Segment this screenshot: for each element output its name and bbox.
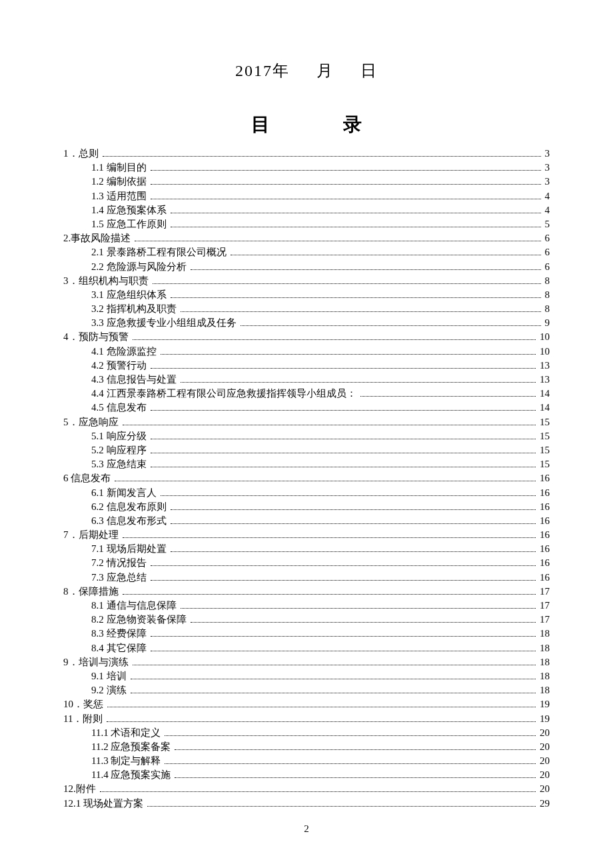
toc-leader-dots <box>181 303 541 312</box>
toc-row: 4.1 危险源监控10 <box>63 345 550 359</box>
toc-entry-label: 9．培训与演练 <box>63 656 131 669</box>
toc-row: 6.2 信息发布原则16 <box>63 500 550 514</box>
toc-row: 1.4 应急预案体系4 <box>63 203 550 217</box>
toc-entry-page: 16 <box>537 515 550 527</box>
toc-row: 8.4 其它保障18 <box>63 641 550 655</box>
toc-entry-label: 4．预防与预警 <box>63 331 131 343</box>
date-year: 2017 <box>235 62 273 79</box>
toc-row: 11.3 制定与解释20 <box>63 754 550 768</box>
toc-entry-label: 11.3 制定与解释 <box>91 755 163 767</box>
toc-row: 8．保障措施17 <box>63 585 550 599</box>
toc-entry-label: 11.2 应急预案备案 <box>91 741 173 753</box>
toc-entry-page: 29 <box>537 797 550 810</box>
toc-leader-dots <box>100 784 536 793</box>
toc-leader-dots <box>171 544 536 553</box>
toc-entry-page: 17 <box>537 599 550 612</box>
toc-entry-label: 2.事故风险描述 <box>63 232 133 245</box>
toc-row: 11.2 应急预案备案20 <box>63 740 550 754</box>
toc-row: 1.3 适用范围4 <box>63 189 550 203</box>
toc-row: 7.3 应急总结16 <box>63 571 550 585</box>
toc-row: 5.3 应急结束15 <box>63 457 550 471</box>
toc-leader-dots <box>151 177 541 185</box>
toc-leader-dots <box>231 247 541 256</box>
toc-entry-label: 11.1 术语和定义 <box>91 727 163 739</box>
toc-leader-dots <box>151 431 536 439</box>
toc-entry-page: 15 <box>537 430 550 443</box>
toc-row: 3．组织机构与职责8 <box>63 274 550 288</box>
toc-entry-page: 16 <box>537 487 550 499</box>
toc-entry-page: 6 <box>542 261 550 273</box>
toc-entry-label: 3.1 应急组织体系 <box>91 289 169 301</box>
toc-entry-page: 16 <box>537 529 550 541</box>
toc-entry-label: 9.1 培训 <box>91 670 129 683</box>
toc-entry-page: 18 <box>537 627 550 640</box>
toc-entry-label: 4.1 危险源监控 <box>91 345 159 358</box>
toc-entry-label: 10．奖惩 <box>63 698 106 711</box>
toc-row: 4.4 江西景泰路桥工程有限公司应急救援指挥领导小组成员：14 <box>63 387 550 401</box>
toc-entry-page: 6 <box>542 232 550 245</box>
toc-row: 7．后期处理16 <box>63 528 550 542</box>
toc-entry-label: 3.3 应急救援专业小组组成及任务 <box>91 317 239 329</box>
toc-entry-label: 6 信息发布 <box>63 472 113 485</box>
toc-leader-dots <box>147 798 536 807</box>
toc-row: 4.5 信息发布14 <box>63 401 550 415</box>
toc-entry-page: 13 <box>537 359 550 372</box>
toc-entry-page: 4 <box>542 204 550 217</box>
toc-entry-page: 17 <box>537 585 550 598</box>
toc-entry-label: 4.2 预警行动 <box>91 359 149 372</box>
toc-entry-page: 3 <box>542 147 550 160</box>
toc-entry-page: 15 <box>537 416 550 429</box>
date-line: 2017年月日 <box>63 60 550 81</box>
toc-entry-label: 11.4 应急预案实施 <box>91 769 173 781</box>
toc-row: 7.2 情况报告16 <box>63 556 550 570</box>
toc-leader-dots <box>165 755 536 764</box>
toc-entry-page: 14 <box>537 387 550 400</box>
toc-leader-dots <box>151 459 536 467</box>
toc-leader-dots <box>123 586 536 595</box>
toc-leader-dots <box>191 614 536 623</box>
toc-row: 3.3 应急救援专业小组组成及任务9 <box>63 316 550 330</box>
toc-row: 7.1 现场后期处置16 <box>63 542 550 556</box>
toc-row: 11．附则19 <box>63 712 550 726</box>
toc-entry-label: 4.5 信息发布 <box>91 401 149 414</box>
toc-entry-page: 16 <box>537 571 550 584</box>
toc-leader-dots <box>123 417 536 425</box>
toc-entry-label: 8.4 其它保障 <box>91 642 149 655</box>
toc-entry-page: 10 <box>537 345 550 358</box>
toc-row: 9．培训与演练18 <box>63 655 550 669</box>
toc-entry-page: 13 <box>537 373 550 386</box>
toc-leader-dots <box>171 515 536 524</box>
toc-entry-label: 12.1 现场处置方案 <box>63 797 146 810</box>
toc-row: 5.1 响应分级15 <box>63 429 550 443</box>
toc-entry-label: 5.1 响应分级 <box>91 430 149 443</box>
toc-row: 5.2 响应程序15 <box>63 443 550 457</box>
toc-leader-dots <box>151 403 536 411</box>
toc-entry-label: 8.3 经费保障 <box>91 627 149 640</box>
toc-leader-dots <box>135 233 540 241</box>
toc-leader-dots <box>151 572 536 581</box>
toc-leader-dots <box>175 741 536 750</box>
toc-entry-page: 18 <box>537 656 550 669</box>
toc-leader-dots <box>131 671 536 679</box>
toc-entry-page: 17 <box>537 613 550 626</box>
toc-title: 目录 <box>63 112 550 137</box>
toc-leader-dots <box>241 318 541 327</box>
toc-entry-page: 20 <box>537 741 550 753</box>
toc-leader-dots <box>171 205 541 213</box>
toc-entry-label: 5.2 响应程序 <box>91 444 149 457</box>
toc-entry-label: 7.3 应急总结 <box>91 571 149 584</box>
toc-entry-page: 16 <box>537 557 550 569</box>
toc-leader-dots <box>181 600 536 609</box>
toc-entry-label: 4.4 江西景泰路桥工程有限公司应急救援指挥领导小组成员： <box>91 387 359 400</box>
toc-entry-label: 7.2 情况报告 <box>91 557 149 569</box>
toc-entry-label: 6.2 信息发布原则 <box>91 501 169 513</box>
toc-entry-label: 8.2 应急物资装备保障 <box>91 613 189 626</box>
toc-row: 6.1 新闻发言人16 <box>63 486 550 500</box>
toc-entry-label: 9.2 演练 <box>91 684 129 697</box>
toc-leader-dots <box>151 191 541 199</box>
toc-entry-label: 1.5 应急工作原则 <box>91 218 169 231</box>
toc-row: 3.1 应急组织体系8 <box>63 288 550 302</box>
toc-entry-label: 7.1 现场后期处置 <box>91 543 169 555</box>
date-year-suffix: 年 <box>273 62 290 79</box>
toc-leader-dots <box>123 529 536 538</box>
